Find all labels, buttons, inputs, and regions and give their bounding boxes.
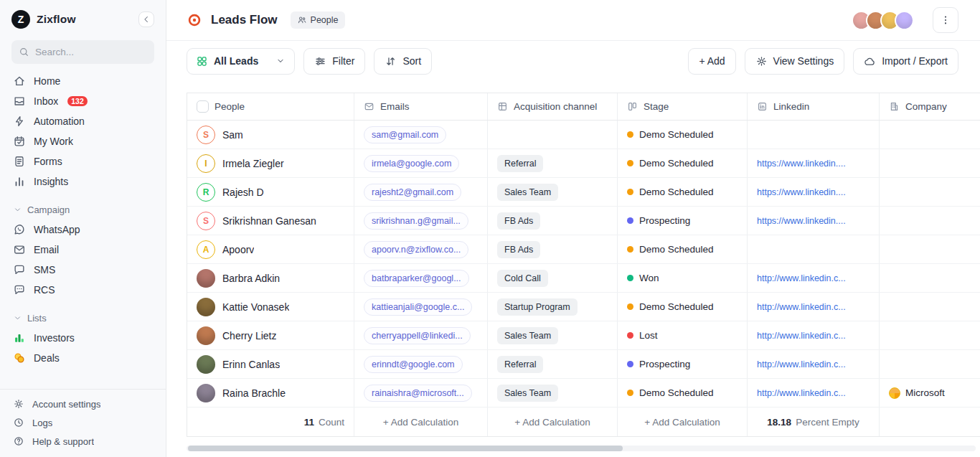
email-chip[interactable]: srikrishnan.g@gmail... [364, 212, 468, 230]
linkedin-cell[interactable]: http://www.linkedin.c... [748, 379, 880, 407]
email-cell[interactable]: sam@gmail.com [354, 121, 488, 149]
table-row[interactable]: S Srikrishnan Ganesan srikrishnan.g@gmai… [187, 207, 980, 235]
stage-cell[interactable]: Demo Scheduled [618, 379, 748, 407]
table-row[interactable]: Barbra Adkin batbraparker@googl... Cold … [187, 264, 980, 293]
people-cell[interactable]: R Rajesh D [187, 178, 354, 206]
company-cell[interactable] [880, 293, 980, 321]
email-cell[interactable]: batbraparker@googl... [354, 264, 488, 292]
table-row[interactable]: I Irmela Ziegler irmela@google.com Refer… [187, 149, 980, 178]
table-row[interactable]: R Rajesh D rajesht2@gmail.com Sales Team… [187, 178, 980, 207]
channel-cell[interactable]: Sales Team [488, 321, 618, 349]
sidebar-search[interactable] [11, 40, 154, 64]
company-cell[interactable] [880, 207, 980, 235]
channel-cell[interactable]: Sales Team [488, 178, 618, 206]
email-cell[interactable]: rajesht2@gmail.com [354, 178, 488, 206]
linkedin-link[interactable]: http://www.linkedin.c... [757, 302, 846, 312]
sidebar-item-my-work[interactable]: My Work [7, 131, 159, 151]
sidebar-item-automation[interactable]: Automation [7, 111, 159, 131]
channel-cell[interactable]: Referral [488, 350, 618, 378]
people-cell[interactable]: S Sam [187, 121, 354, 149]
scrollbar-thumb[interactable] [188, 446, 623, 451]
email-chip[interactable]: rajesht2@gmail.com [364, 184, 461, 201]
linkedin-cell[interactable]: http://www.linkedin.c... [748, 293, 880, 321]
stage-cell[interactable]: Demo Scheduled [618, 121, 748, 149]
people-cell[interactable]: Raina Brachle [187, 379, 354, 407]
channel-cell[interactable]: FB Ads [488, 207, 618, 235]
search-input[interactable] [35, 47, 147, 57]
company-cell[interactable] [880, 321, 980, 349]
email-chip[interactable]: sam@gmail.com [364, 126, 446, 143]
email-chip[interactable]: cherryappell@linkedi... [364, 327, 471, 344]
people-cell[interactable]: Kattie Vonasek [187, 293, 354, 321]
people-cell[interactable]: S Srikrishnan Ganesan [187, 207, 354, 235]
add-calculation-emails[interactable]: + Add Calculation [354, 407, 488, 436]
company-cell[interactable] [880, 149, 980, 177]
add-button[interactable]: + Add [688, 48, 735, 75]
email-cell[interactable]: cherryappell@linkedi... [354, 321, 488, 349]
table-row[interactable]: Raina Brachle rainaishra@microsoft... Sa… [187, 379, 980, 407]
sidebar-item-rcs[interactable]: RCS [7, 280, 159, 300]
linkedin-cell[interactable]: https://www.linkedin.... [748, 207, 880, 235]
stage-cell[interactable]: Demo Scheduled [618, 293, 748, 321]
more-options-button[interactable] [933, 7, 958, 33]
people-cell[interactable]: A Apoorv [187, 235, 354, 263]
view-selector-button[interactable]: All Leads [187, 48, 295, 75]
email-chip[interactable]: kattieanjali@google.c... [364, 298, 472, 316]
stage-cell[interactable]: Prospecting [618, 207, 748, 235]
linkedin-cell[interactable]: http://www.linkedin.c... [748, 350, 880, 378]
sidebar-item-account-settings[interactable]: Account settings [7, 395, 159, 413]
email-cell[interactable]: srikrishnan.g@gmail... [354, 207, 488, 235]
email-cell[interactable]: kattieanjali@google.c... [354, 293, 488, 321]
add-calculation-stage[interactable]: + Add Calculation [618, 407, 748, 436]
column-header-emails[interactable]: Emails [354, 93, 488, 120]
company-cell[interactable] [880, 264, 980, 292]
select-all-checkbox[interactable] [197, 100, 209, 113]
company-cell[interactable] [880, 350, 980, 378]
stage-cell[interactable]: Demo Scheduled [618, 235, 748, 263]
linkedin-cell[interactable]: https://www.linkedin.... [748, 178, 880, 206]
add-calculation-channel[interactable]: + Add Calculation [488, 407, 618, 436]
stage-cell[interactable]: Prospecting [618, 350, 748, 378]
company-cell[interactable]: Microsoft [880, 379, 980, 407]
stage-cell[interactable]: Won [618, 264, 748, 292]
table-row[interactable]: Cherry Lietz cherryappell@linkedi... Sal… [187, 321, 980, 350]
column-header-linkedin[interactable]: Linkedin [748, 93, 880, 120]
collection-badge[interactable]: People [291, 11, 345, 29]
percent-empty-summary[interactable]: 18.18 Percent Empty [748, 407, 880, 436]
linkedin-link[interactable]: http://www.linkedin.c... [757, 331, 846, 341]
email-chip[interactable]: batbraparker@googl... [364, 270, 469, 287]
column-header-stage[interactable]: Stage [618, 93, 748, 120]
linkedin-link[interactable]: https://www.linkedin.... [757, 216, 846, 226]
channel-cell[interactable]: Cold Call [488, 264, 618, 292]
sidebar-item-logs[interactable]: Logs [7, 413, 159, 432]
channel-cell[interactable]: Referral [488, 149, 618, 177]
linkedin-link[interactable]: http://www.linkedin.c... [757, 273, 846, 283]
view-settings-button[interactable]: View Settings [745, 48, 845, 75]
filter-button[interactable]: Filter [303, 48, 365, 75]
linkedin-cell[interactable]: https://www.linkedin.... [748, 149, 880, 177]
linkedin-cell[interactable]: http://www.linkedin.c... [748, 264, 880, 292]
people-cell[interactable]: Barbra Adkin [187, 264, 354, 292]
sidebar-item-whatsapp[interactable]: WhatsApp [7, 220, 159, 240]
email-cell[interactable]: irmela@google.com [354, 149, 488, 177]
avatar[interactable] [895, 11, 914, 30]
email-chip[interactable]: apoorv.n@zixflow.co... [364, 241, 468, 258]
channel-cell[interactable] [488, 121, 618, 149]
column-header-company[interactable]: Company [880, 93, 980, 120]
sidebar-item-inbox[interactable]: Inbox 132 [7, 91, 159, 111]
stage-cell[interactable]: Lost [618, 321, 748, 349]
channel-cell[interactable]: Startup Program [488, 293, 618, 321]
sidebar-item-email[interactable]: Email [7, 240, 159, 260]
email-chip[interactable]: rainaishra@microsoft... [364, 385, 472, 402]
collapse-sidebar-button[interactable] [138, 11, 154, 27]
table-row[interactable]: Kattie Vonasek kattieanjali@google.c... … [187, 293, 980, 321]
email-cell[interactable]: erinndt@google.com [354, 350, 488, 378]
channel-cell[interactable]: Sales Team [488, 379, 618, 407]
company-cell[interactable] [880, 178, 980, 206]
sort-button[interactable]: Sort [374, 48, 432, 75]
people-cell[interactable]: Cherry Lietz [187, 321, 354, 349]
linkedin-link[interactable]: https://www.linkedin.... [757, 187, 846, 197]
linkedin-link[interactable]: http://www.linkedin.c... [757, 388, 846, 398]
email-cell[interactable]: rainaishra@microsoft... [354, 379, 488, 407]
sidebar-item-home[interactable]: Home [7, 71, 159, 91]
